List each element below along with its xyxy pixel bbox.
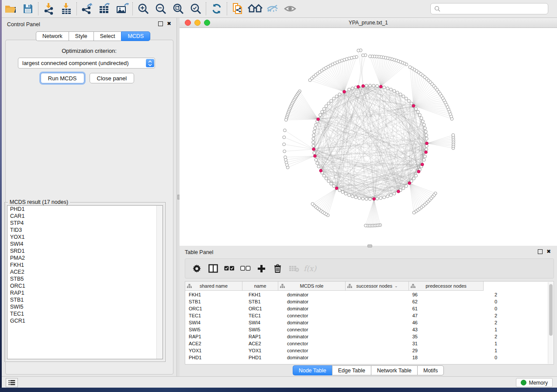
- network-canvas[interactable]: [180, 28, 557, 246]
- mcds-result-item[interactable]: TEC1: [7, 310, 163, 317]
- mcds-result-item[interactable]: ACE2: [7, 268, 163, 275]
- close-panel-button[interactable]: Close panel: [90, 73, 135, 83]
- main-toolbar: [2, 0, 557, 18]
- import-table-icon[interactable]: [58, 1, 75, 16]
- table-vertical-scrollbar[interactable]: [548, 282, 554, 364]
- delete-trash-icon[interactable]: [270, 261, 286, 276]
- mcds-result-item[interactable]: ORC1: [7, 282, 163, 289]
- export-image-icon[interactable]: [114, 1, 131, 16]
- add-column-plus-icon[interactable]: [253, 261, 270, 276]
- tab-mcds[interactable]: MCDS: [121, 31, 150, 41]
- mcds-result-item[interactable]: SRD1: [7, 248, 163, 254]
- column-header-shared-name[interactable]: shared name: [185, 282, 242, 291]
- table-cell: SWI5: [246, 327, 284, 332]
- first-neighbors-icon[interactable]: [246, 1, 264, 16]
- table-row[interactable]: RAP1RAP1dominator352: [185, 333, 548, 340]
- toolbar-separator: [227, 2, 228, 15]
- table-row[interactable]: YOX1YOX1connector291: [185, 347, 548, 354]
- table-row[interactable]: PHD1PHD1dominator180: [185, 354, 548, 361]
- show-all-eye-icon[interactable]: [281, 1, 299, 16]
- mcds-result-item[interactable]: PHD1: [7, 206, 163, 213]
- float-table-panel-icon[interactable]: [538, 249, 543, 254]
- table-row[interactable]: ORC1ORC1dominator610: [185, 305, 548, 312]
- mcds-result-item[interactable]: PMA2: [7, 254, 163, 261]
- table-row[interactable]: FKH1FKH1dominator962: [185, 291, 548, 298]
- table-cell: 43: [354, 327, 422, 332]
- mcds-result-item[interactable]: STB5: [7, 275, 163, 282]
- tab-select[interactable]: Select: [93, 31, 121, 41]
- tab-node-table[interactable]: Node Table: [293, 365, 332, 375]
- mcds-result-item[interactable]: SWI4: [7, 241, 163, 248]
- table-row[interactable]: SWI5SWI5connector431: [185, 326, 548, 333]
- memory-button[interactable]: Memory: [516, 378, 553, 387]
- select-all-icon[interactable]: [221, 261, 237, 276]
- open-folder-icon[interactable]: [2, 1, 19, 16]
- mcds-result-item[interactable]: FKH1: [7, 261, 163, 268]
- table-row[interactable]: TEC1TEC1connector472: [185, 312, 548, 319]
- import-network-icon[interactable]: [40, 1, 58, 16]
- table-body: FKH1FKH1dominator962STB1STB1dominator620…: [185, 291, 548, 361]
- float-panel-icon[interactable]: [158, 21, 163, 26]
- mcds-list-scrollbar[interactable]: [156, 206, 163, 359]
- search-input[interactable]: [443, 4, 548, 13]
- table-row[interactable]: SWI4SWI4dominator462: [185, 319, 548, 326]
- mcds-result-item[interactable]: GCR1: [7, 317, 163, 324]
- export-network-icon[interactable]: [79, 1, 96, 16]
- network-graph[interactable]: [180, 28, 557, 246]
- hide-selected-eye-icon[interactable]: [264, 1, 281, 16]
- column-header-MCDS-role[interactable]: MCDS role: [278, 282, 346, 291]
- tab-motifs[interactable]: Motifs: [417, 365, 444, 375]
- zoom-in-icon[interactable]: [135, 1, 152, 16]
- tab-edge-table[interactable]: Edge Table: [332, 365, 371, 375]
- tab-style[interactable]: Style: [69, 31, 93, 41]
- mcds-result-item[interactable]: RAP1: [7, 289, 163, 296]
- network-window-title: YPA_prune.txt_1: [180, 20, 557, 26]
- column-header-successor-nodes[interactable]: successor nodes⌄: [346, 282, 409, 291]
- network-window-titlebar[interactable]: YPA_prune.txt_1: [180, 18, 557, 28]
- column-panel-icon[interactable]: [205, 261, 221, 276]
- task-history-button[interactable]: [6, 378, 18, 387]
- table-cell: 2: [422, 292, 502, 297]
- zoom-selected-icon[interactable]: [187, 1, 204, 16]
- mcds-result-item[interactable]: CAR1: [7, 213, 163, 220]
- tab-network[interactable]: Network: [36, 31, 69, 41]
- table-cell: connector: [284, 341, 354, 346]
- mcds-result-item[interactable]: STB1: [7, 296, 163, 303]
- window-zoom-icon[interactable]: [204, 20, 210, 26]
- save-icon[interactable]: [19, 1, 37, 16]
- refresh-icon[interactable]: [208, 1, 225, 16]
- clone-network-icon[interactable]: [229, 1, 246, 16]
- mcds-result-item[interactable]: YOX1: [7, 234, 163, 241]
- deselect-all-icon[interactable]: [237, 261, 253, 276]
- zoom-fit-icon[interactable]: [170, 1, 187, 16]
- horizontal-splitter-grip[interactable]: [367, 244, 372, 248]
- table-settings-gear-icon[interactable]: [189, 261, 205, 276]
- delete-table-icon: [286, 261, 302, 276]
- tab-network-table[interactable]: Network Table: [371, 365, 417, 375]
- table-row[interactable]: STB1STB1dominator620: [185, 298, 548, 305]
- run-mcds-button[interactable]: Run MCDS: [41, 73, 84, 83]
- close-table-panel-icon[interactable]: ✖: [547, 250, 551, 254]
- search-icon: [434, 6, 441, 12]
- window-close-icon[interactable]: [185, 20, 191, 26]
- table-cell: connector: [284, 313, 354, 318]
- table-cell: FKH1: [246, 292, 284, 297]
- export-table-icon[interactable]: [96, 1, 114, 16]
- close-panel-icon[interactable]: ✖: [167, 22, 171, 26]
- mcds-result-item[interactable]: STP4: [7, 220, 163, 227]
- optimization-criterion-dropdown[interactable]: largest connected component (undirected): [18, 58, 155, 69]
- window-minimize-icon[interactable]: [194, 20, 201, 26]
- table-cell: 2: [422, 313, 502, 318]
- column-header-name[interactable]: name: [242, 282, 278, 291]
- table-row[interactable]: ACE2ACE2connector311: [185, 340, 548, 347]
- column-header-predecessor-nodes[interactable]: predecessor nodes: [409, 282, 484, 291]
- control-panel-title: Control Panel: [7, 21, 40, 28]
- scrollbar-thumb[interactable]: [549, 284, 553, 336]
- table-cell: ACE2: [185, 341, 246, 346]
- table-cell: 0: [422, 355, 502, 360]
- mcds-result-item[interactable]: TID3: [7, 227, 163, 234]
- table-cell: SWI4: [246, 320, 284, 325]
- zoom-out-icon[interactable]: [152, 1, 170, 16]
- table-cell: 46: [354, 320, 422, 325]
- mcds-result-item[interactable]: SWI5: [7, 303, 163, 310]
